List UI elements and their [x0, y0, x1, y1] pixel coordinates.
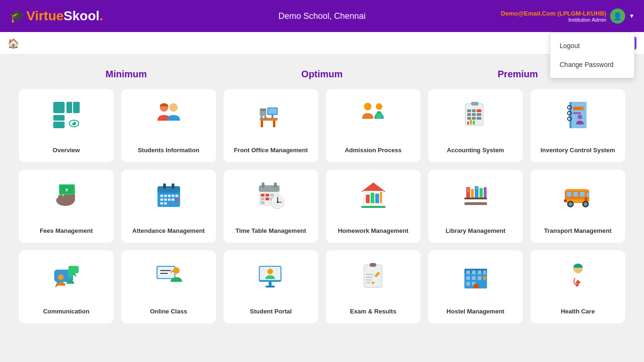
svg-rect-28	[477, 109, 481, 112]
svg-rect-73	[274, 182, 277, 188]
module-overview-label: Overview	[53, 147, 80, 155]
svg-rect-56	[163, 183, 166, 189]
change-password-item[interactable]: Change Password	[550, 55, 634, 74]
svg-text:$: $	[66, 188, 68, 192]
module-online-class[interactable]: Online Class	[121, 250, 216, 323]
svg-rect-61	[172, 195, 174, 197]
school-name: Demo School, Chennai	[278, 11, 365, 21]
module-fees[interactable]: $ Fees Management	[19, 170, 114, 243]
module-transport[interactable]: Transport Management	[530, 170, 625, 243]
svg-rect-92	[361, 206, 386, 208]
svg-rect-152	[474, 284, 479, 288]
svg-rect-148	[478, 276, 481, 280]
module-library[interactable]: Library Management	[428, 170, 523, 243]
overview-icon	[50, 99, 83, 132]
svg-rect-119	[68, 266, 79, 273]
svg-rect-34	[477, 117, 481, 120]
svg-rect-149	[483, 276, 486, 280]
home-icon[interactable]: 🏠	[8, 38, 19, 49]
logo[interactable]: 🎓 VirtueSkool.	[9, 8, 103, 24]
svg-rect-57	[172, 183, 174, 189]
svg-rect-143	[472, 271, 476, 274]
exam-icon	[357, 260, 390, 293]
svg-rect-93	[464, 202, 487, 205]
user-section[interactable]: Demo@Email.Com (LPLGM-LKUHB) Institution…	[501, 8, 635, 24]
inventory-icon	[561, 99, 594, 132]
svg-rect-106	[573, 192, 578, 197]
svg-rect-99	[484, 187, 487, 197]
module-overview[interactable]: Overview	[19, 89, 114, 162]
category-labels: Minimum Optimum Premium	[19, 64, 625, 84]
svg-rect-65	[168, 198, 171, 201]
svg-rect-23	[377, 111, 381, 113]
svg-rect-64	[164, 198, 167, 201]
svg-point-9	[169, 103, 178, 112]
svg-rect-49	[579, 107, 580, 109]
svg-rect-66	[172, 198, 174, 201]
module-timetable-label: Time Table Management	[236, 227, 306, 235]
main-content: Minimum Optimum Premium Overview	[0, 55, 644, 340]
svg-rect-147	[472, 276, 476, 280]
svg-rect-76	[270, 194, 274, 197]
user-role: Institution Admin	[501, 17, 607, 23]
svg-rect-98	[479, 188, 483, 197]
svg-rect-36	[470, 120, 472, 124]
svg-rect-44	[573, 112, 581, 114]
svg-rect-31	[477, 113, 481, 116]
module-admission[interactable]: Admission Process	[326, 89, 421, 162]
module-inventory[interactable]: Inventory Control System	[530, 89, 625, 162]
svg-point-129	[267, 269, 273, 274]
module-health-label: Health Care	[561, 308, 594, 316]
logout-item[interactable]: Logout	[550, 36, 634, 55]
svg-rect-72	[262, 182, 264, 188]
svg-rect-11	[261, 121, 263, 127]
svg-rect-63	[160, 198, 163, 201]
module-accounting[interactable]: Accounting System	[428, 89, 523, 162]
svg-rect-94	[464, 197, 487, 199]
svg-rect-146	[466, 276, 470, 280]
module-front-office[interactable]: Front Office Management	[223, 89, 318, 162]
module-students-information[interactable]: Students Information	[121, 89, 216, 162]
homework-icon	[357, 179, 390, 212]
svg-rect-60	[168, 195, 171, 197]
module-student-portal[interactable]: Student Portal	[223, 250, 318, 323]
fees-icon: $	[50, 179, 83, 212]
app-header: 🎓 VirtueSkool. Demo School, Chennai Demo…	[0, 0, 644, 32]
svg-rect-17	[260, 108, 266, 111]
svg-rect-68	[160, 202, 163, 205]
user-info: Demo@Email.Com (LPLGM-LKUHB) Institution…	[501, 10, 607, 23]
module-attendance[interactable]: Attendance Management	[121, 170, 216, 243]
svg-rect-133	[370, 263, 376, 267]
svg-rect-47	[575, 107, 576, 109]
svg-rect-108	[586, 193, 589, 197]
svg-rect-90	[375, 194, 379, 203]
chevron-down-icon: ▼	[629, 13, 635, 19]
logo-virtue: Virtue	[26, 8, 64, 23]
module-homework[interactable]: Homework Management	[326, 170, 421, 243]
module-communication-label: Communication	[43, 308, 89, 316]
svg-rect-62	[175, 195, 178, 197]
module-students-label: Students Information	[138, 147, 199, 155]
module-health[interactable]: Health Care	[530, 250, 625, 323]
svg-rect-37	[473, 121, 475, 124]
svg-rect-142	[466, 271, 470, 274]
module-attendance-label: Attendance Management	[132, 227, 205, 235]
svg-rect-59	[164, 195, 167, 197]
module-hostel-label: Hostel Management	[446, 308, 504, 316]
category-optimum: Optimum	[224, 64, 420, 84]
module-exam[interactable]: Exam & Results	[326, 250, 421, 323]
svg-point-125	[173, 267, 180, 274]
svg-rect-89	[371, 193, 374, 203]
module-transport-label: Transport Management	[544, 227, 611, 235]
svg-rect-131	[265, 286, 275, 288]
module-timetable[interactable]: Time Table Management	[223, 170, 318, 243]
module-communication[interactable]: Communication	[19, 250, 114, 323]
module-library-label: Library Management	[446, 227, 505, 235]
svg-rect-1	[66, 102, 72, 113]
svg-marker-86	[361, 182, 386, 192]
module-hostel[interactable]: Hostel Management	[428, 250, 523, 323]
svg-rect-150	[466, 282, 470, 286]
online-class-icon	[152, 260, 185, 293]
svg-rect-0	[53, 102, 65, 113]
hostel-icon	[459, 260, 492, 293]
